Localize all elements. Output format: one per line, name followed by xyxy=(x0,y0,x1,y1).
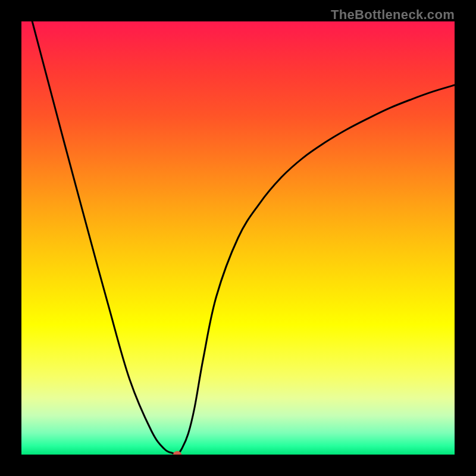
minimum-marker xyxy=(173,451,181,455)
curve-path xyxy=(32,21,455,455)
plot-area xyxy=(21,21,455,455)
chart-frame: TheBottleneck.com xyxy=(0,0,476,476)
watermark-text: TheBottleneck.com xyxy=(331,7,455,23)
bottleneck-curve xyxy=(21,21,455,455)
